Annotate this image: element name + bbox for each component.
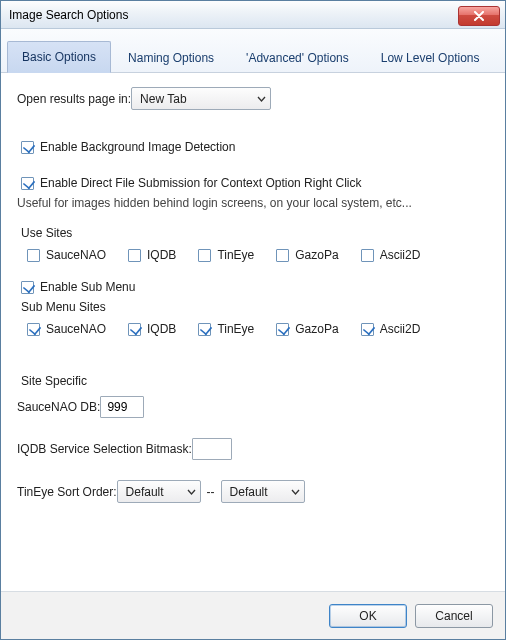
sub-gazopa-checkbox[interactable] [276,323,289,336]
select-value: Default [230,485,268,499]
tab-naming-options[interactable]: Naming Options [113,42,229,73]
use-sites-title: Use Sites [21,226,489,240]
sub-iqdb-checkbox[interactable] [128,323,141,336]
use-iqdb-checkbox[interactable] [128,249,141,262]
titlebar: Image Search Options [1,1,505,29]
iqdb-bitmask-label: IQDB Service Selection Bitmask: [17,442,192,456]
saucenao-db-input[interactable] [100,396,144,418]
use-tineye-label[interactable]: TinEye [217,248,254,262]
sub-gazopa-label[interactable]: GazoPa [295,322,338,336]
tineye-sort-separator: -- [207,485,215,499]
dialog-footer: OK Cancel [1,591,505,639]
tab-label: 'Advanced' Options [246,51,349,65]
enable-bg-detect-label[interactable]: Enable Background Image Detection [40,140,235,154]
direct-file-helper: Useful for images hidden behind login sc… [17,196,489,210]
sub-iqdb-label[interactable]: IQDB [147,322,176,336]
enable-direct-file-label[interactable]: Enable Direct File Submission for Contex… [40,176,361,190]
use-ascii2d-checkbox[interactable] [361,249,374,262]
button-label: Cancel [435,609,472,623]
tab-advanced-options[interactable]: 'Advanced' Options [231,42,364,73]
sub-tineye-label[interactable]: TinEye [217,322,254,336]
enable-direct-file-checkbox[interactable] [21,177,34,190]
cancel-button[interactable]: Cancel [415,604,493,628]
tab-label: Basic Options [22,50,96,64]
tab-low-level-options[interactable]: Low Level Options [366,42,495,73]
tineye-sort-select-2[interactable]: Default [221,480,305,503]
use-saucenao-label[interactable]: SauceNAO [46,248,106,262]
sub-tineye-checkbox[interactable] [198,323,211,336]
use-tineye-checkbox[interactable] [198,249,211,262]
use-gazopa-label[interactable]: GazoPa [295,248,338,262]
use-gazopa-checkbox[interactable] [276,249,289,262]
window-title: Image Search Options [9,8,128,22]
sub-ascii2d-checkbox[interactable] [361,323,374,336]
close-icon [473,11,485,21]
button-label: OK [359,609,376,623]
sub-saucenao-checkbox[interactable] [27,323,40,336]
sub-saucenao-label[interactable]: SauceNAO [46,322,106,336]
tab-bar: Basic Options Naming Options 'Advanced' … [1,29,505,73]
close-button[interactable] [458,6,500,26]
content-pane: Open results page in: New Tab Enable Bac… [1,73,505,591]
use-iqdb-label[interactable]: IQDB [147,248,176,262]
enable-submenu-label[interactable]: Enable Sub Menu [40,280,135,294]
ok-button[interactable]: OK [329,604,407,628]
use-saucenao-checkbox[interactable] [27,249,40,262]
tab-label: Naming Options [128,51,214,65]
saucenao-db-label: SauceNAO DB: [17,400,100,414]
use-ascii2d-label[interactable]: Ascii2D [380,248,421,262]
site-specific-title: Site Specific [21,374,489,388]
iqdb-bitmask-input[interactable] [192,438,232,460]
enable-bg-detect-checkbox[interactable] [21,141,34,154]
sub-ascii2d-label[interactable]: Ascii2D [380,322,421,336]
tab-basic-options[interactable]: Basic Options [7,41,111,73]
chevron-down-icon [257,96,266,102]
select-value: New Tab [140,92,186,106]
tineye-sort-select-1[interactable]: Default [117,480,201,503]
tab-label: Low Level Options [381,51,480,65]
submenu-sites-title: Sub Menu Sites [21,300,489,314]
open-results-select[interactable]: New Tab [131,87,271,110]
open-results-label: Open results page in: [17,92,131,106]
chevron-down-icon [291,489,300,495]
submenu-sites-list: SauceNAO IQDB TinEye GazoPa Ascii2D [27,322,489,336]
use-sites-list: SauceNAO IQDB TinEye GazoPa Ascii2D [27,248,489,262]
tineye-sort-label: TinEye Sort Order: [17,485,117,499]
select-value: Default [126,485,164,499]
chevron-down-icon [187,489,196,495]
enable-submenu-checkbox[interactable] [21,281,34,294]
dialog-window: Image Search Options Basic Options Namin… [0,0,506,640]
